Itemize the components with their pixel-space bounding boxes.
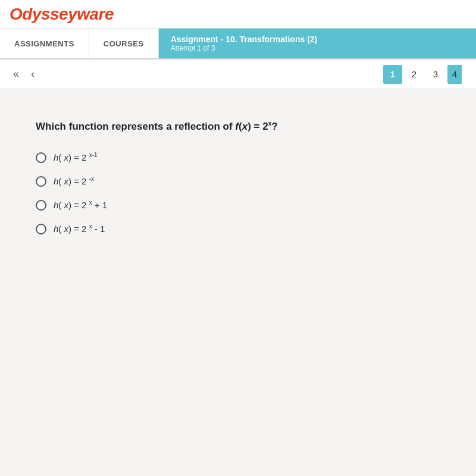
option-3-label: h( x) = 2 x + 1	[54, 200, 107, 210]
assignments-nav[interactable]: ASSIGNMENTS	[0, 29, 89, 58]
logo-text: Odysseyware	[10, 5, 114, 24]
option-2-label: h( x) = 2 -x	[54, 176, 94, 186]
assignment-info: Assignment - 10. Transformations (2) Att…	[159, 29, 476, 58]
double-left-arrow-icon[interactable]: «	[10, 65, 23, 83]
courses-nav[interactable]: COURSES	[89, 29, 159, 58]
radio-option-1[interactable]	[36, 152, 46, 163]
main-content: Which function represents a reflection o…	[0, 89, 476, 476]
assignment-title: Assignment - 10. Transformations (2)	[171, 35, 464, 44]
option-3[interactable]: h( x) = 2 x + 1	[36, 200, 440, 211]
single-left-arrow-icon[interactable]: ‹	[27, 65, 38, 83]
option-2[interactable]: h( x) = 2 -x	[36, 176, 440, 187]
assignment-attempt: Attempt 1 of 3	[171, 44, 464, 52]
nav-bar: ASSIGNMENTS COURSES Assignment - 10. Tra…	[0, 29, 476, 60]
option-1-label: h( x) = 2 x-1	[54, 152, 98, 162]
pagination-bar: « ‹ 1 2 3 4	[0, 60, 476, 89]
page-1-button[interactable]: 1	[383, 65, 402, 84]
page-2-button[interactable]: 2	[405, 65, 424, 84]
question-text: Which function represents a reflection o…	[36, 119, 440, 134]
radio-option-2[interactable]	[36, 176, 46, 187]
option-4[interactable]: h( x) = 2 x - 1	[36, 224, 440, 234]
options-list: h( x) = 2 x-1 h( x) = 2 -x h( x) = 2 x +…	[36, 152, 440, 234]
radio-option-3[interactable]	[36, 200, 46, 211]
option-1[interactable]: h( x) = 2 x-1	[36, 152, 440, 163]
page-3-button[interactable]: 3	[426, 65, 445, 84]
page-4-button[interactable]: 4	[447, 65, 462, 84]
page-numbers: 1 2 3 4	[383, 65, 466, 84]
radio-option-4[interactable]	[36, 224, 46, 234]
option-4-label: h( x) = 2 x - 1	[54, 224, 105, 234]
logo-bar: Odysseyware	[0, 0, 476, 29]
